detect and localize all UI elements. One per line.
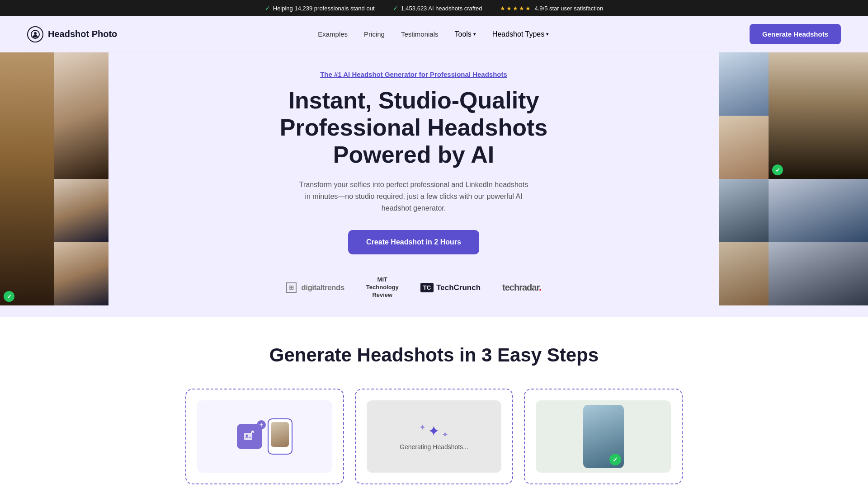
svg-point-1: [34, 32, 37, 35]
hero-center: The #1 AI Headshot Generator for Profess…: [108, 52, 719, 317]
generate-headshots-button[interactable]: Generate Headshots: [750, 24, 841, 44]
hero-photo-small-3: [54, 242, 108, 305]
nav-links: Examples Pricing Testimonials Tools Head…: [318, 30, 549, 38]
hero-subtitle: The #1 AI Headshot Generator for Profess…: [320, 70, 507, 78]
sparkles-icon: ✦ ✦ ✦: [419, 422, 448, 440]
result-check-icon: ✓: [609, 454, 621, 465]
brand-techcrunch: TC TechCrunch: [420, 283, 481, 292]
hero-photo-small-2: [54, 179, 108, 242]
hero-left-photos: ✓: [0, 52, 108, 317]
generating-text: Generating Headshots...: [400, 443, 468, 450]
create-headshot-button[interactable]: Create Headshot in 2 Hours: [348, 230, 479, 254]
result-portrait-container: ✓: [583, 405, 624, 468]
hero-right-photos: ✓: [719, 52, 868, 317]
digitaltrends-label: digitaltrends: [301, 283, 344, 292]
brand-digitaltrends: ⊞ digitaltrends: [286, 282, 344, 293]
star-rating: ★★★★★: [500, 5, 532, 12]
hero-photo-right-large: ✓: [769, 52, 868, 179]
techradar-label: techradar.: [502, 282, 541, 293]
banner-item-professionals: ✓ Helping 14,239 professionals stand out: [265, 5, 375, 12]
nav-link-testimonials[interactable]: Testimonials: [401, 30, 439, 38]
hero-photo-small-1: [54, 52, 108, 179]
hero-description: Transform your selfies into perfect prof…: [296, 179, 531, 214]
phone-photo: [271, 422, 289, 447]
hero-photo-right-5: [719, 242, 769, 305]
step-card-1: +: [185, 389, 344, 484]
nav-item-tools[interactable]: Tools: [455, 30, 476, 38]
svg-rect-2: [244, 433, 252, 440]
banner-text-3: 4.9/5 star user satisfaction: [534, 5, 603, 12]
steps-grid: + ✦ ✦ ✦ Generating Headshots...: [185, 389, 683, 484]
brand-mit: MITTechnologyReview: [366, 276, 399, 299]
logo[interactable]: Headshot Photo: [27, 26, 117, 42]
banner-text-1: Helping 14,239 professionals stand out: [273, 5, 375, 12]
step-card-2: ✦ ✦ ✦ Generating Headshots...: [355, 389, 514, 484]
digitaltrends-icon: ⊞: [286, 282, 297, 293]
banner-item-rating: ★★★★★ 4.9/5 star user satisfaction: [500, 5, 603, 12]
mit-label: MITTechnologyReview: [366, 276, 399, 299]
techcrunch-label: TechCrunch: [436, 283, 481, 292]
nav-item-pricing[interactable]: Pricing: [364, 30, 385, 38]
nav-link-examples[interactable]: Examples: [318, 30, 348, 38]
banner-text-2: 1,453,623 AI headshots crafted: [401, 5, 482, 12]
hero-photo-right-3: [719, 179, 769, 242]
nav-item-headshot-types[interactable]: Headshot Types: [492, 30, 549, 38]
photo-check-left: ✓: [4, 291, 14, 302]
nav-item-examples[interactable]: Examples: [318, 30, 348, 38]
hero-section: ✓ The #1 AI Headshot Generator for Profe…: [0, 52, 868, 317]
top-banner: ✓ Helping 14,239 professionals stand out…: [0, 0, 868, 16]
photo-check-right: ✓: [772, 164, 783, 175]
upload-area: +: [230, 411, 300, 462]
check-icon-2: ✓: [393, 5, 398, 12]
phone-preview: [268, 418, 292, 455]
steps-title: Generate Headshots in 3 Easy Steps: [45, 344, 823, 366]
logo-text: Headshot Photo: [48, 29, 117, 39]
nav-item-testimonials[interactable]: Testimonials: [401, 30, 439, 38]
brand-logos: ⊞ digitaltrends MITTechnologyReview TC T…: [286, 276, 541, 299]
hero-photo-left-large: ✓: [0, 52, 54, 305]
brand-techradar: techradar.: [502, 282, 541, 293]
nav-dropdown-headshot-types[interactable]: Headshot Types: [492, 30, 549, 38]
add-icon: +: [257, 420, 266, 429]
banner-item-headshots: ✓ 1,453,623 AI headshots crafted: [393, 5, 482, 12]
hero-photo-right-4: [769, 179, 868, 242]
nav-link-pricing[interactable]: Pricing: [364, 30, 385, 38]
check-icon-1: ✓: [265, 5, 270, 12]
hero-photo-right-6: [769, 242, 868, 305]
nav-dropdown-tools[interactable]: Tools: [455, 30, 476, 38]
hero-photo-right-1: [719, 52, 769, 116]
steps-section: Generate Headshots in 3 Easy Steps: [0, 317, 868, 488]
navigation: Headshot Photo Examples Pricing Testimon…: [0, 16, 868, 52]
tc-icon: TC: [420, 283, 434, 292]
step-1-visual: +: [197, 400, 332, 473]
logo-icon: [27, 26, 43, 42]
step-card-3: ✓: [524, 389, 683, 484]
hero-title: Instant, Studio-Quality Professional Hea…: [274, 87, 554, 168]
hero-photo-right-2: [719, 116, 769, 179]
step-2-visual: ✦ ✦ ✦ Generating Headshots...: [367, 400, 502, 473]
step-3-visual: ✓: [536, 400, 671, 473]
upload-icon-group: +: [237, 424, 262, 449]
